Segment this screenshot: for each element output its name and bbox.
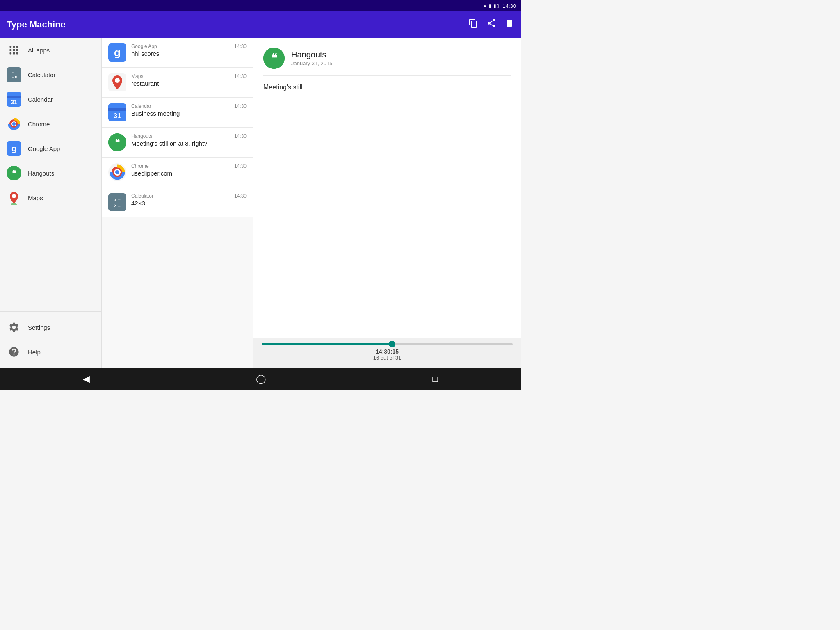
- status-icons: ▲ ▮ ▮▯ 14:30: [483, 3, 516, 9]
- calculator-notif-appname: Calculator: [131, 193, 153, 199]
- svg-text:❝: ❝: [12, 169, 16, 177]
- svg-rect-9: [7, 67, 21, 82]
- copy-icon[interactable]: [468, 18, 478, 31]
- calendar-notif-icon: 31: [108, 103, 126, 121]
- hangouts-notif-time: 14:30: [234, 133, 247, 139]
- svg-text:﹢–: ﹢–: [11, 71, 17, 75]
- google-app-notif-content: Google App 14:30 nhl scores: [131, 43, 247, 57]
- maps-notif-header: Maps 14:30: [131, 73, 247, 79]
- playback-info: 14:30:15 16 out of 31: [262, 348, 513, 361]
- svg-point-28: [115, 78, 120, 83]
- google-app-notif-header: Google App 14:30: [131, 43, 247, 49]
- status-time: 14:30: [502, 3, 516, 9]
- home-button[interactable]: ◯: [256, 374, 266, 384]
- svg-rect-7: [13, 52, 15, 55]
- recent-apps-button[interactable]: □: [432, 374, 438, 384]
- settings-icon: [7, 320, 21, 335]
- svg-point-18: [12, 122, 16, 126]
- progress-thumb[interactable]: [389, 341, 395, 347]
- detail-date: January 31, 2015: [291, 60, 332, 66]
- chrome-notif-icon: [108, 163, 126, 181]
- chrome-notif-appname: Chrome: [131, 163, 149, 169]
- notification-calendar[interactable]: 31 Calendar 14:30 Business meeting: [102, 98, 253, 128]
- calculator-notif-time: 14:30: [234, 193, 247, 199]
- hangouts-notif-content: Hangouts 14:30 Meeting's still on at 8, …: [131, 133, 247, 147]
- sidebar-maps-label: Maps: [28, 194, 43, 201]
- calculator-notif-header: Calculator 14:30: [131, 193, 247, 199]
- sidebar-bottom: Settings Help: [0, 311, 101, 368]
- delete-icon[interactable]: [504, 18, 514, 31]
- calendar-notif-header: Calendar 14:30: [131, 103, 247, 109]
- back-button[interactable]: ◀: [83, 374, 90, 384]
- google-app-notif-time: 14:30: [234, 43, 247, 49]
- svg-rect-38: [108, 193, 126, 211]
- svg-rect-1: [13, 46, 15, 48]
- svg-text:+  −: + −: [114, 197, 121, 202]
- sidebar-item-maps[interactable]: Maps: [0, 185, 101, 210]
- sidebar-item-calculator[interactable]: ﹢– ﹢= Calculator: [0, 62, 101, 87]
- notification-chrome[interactable]: Chrome 14:30 useclipper.com: [102, 158, 253, 187]
- hangouts-notif-appname: Hangouts: [131, 133, 152, 139]
- svg-text:g: g: [11, 144, 16, 153]
- sidebar: All apps ﹢– ﹢= Calculator 31: [0, 38, 102, 368]
- app-title: Type Machine: [7, 19, 66, 30]
- notification-hangouts[interactable]: ❝ Hangouts 14:30 Meeting's still on at 8…: [102, 128, 253, 158]
- svg-text:g: g: [114, 46, 121, 59]
- maps-notif-text: restaurant: [131, 80, 247, 87]
- status-bar: ▲ ▮ ▮▯ 14:30: [0, 0, 521, 11]
- detail-content: ❝ Hangouts January 31, 2015 Meeting's st…: [253, 38, 521, 338]
- maps-notif-time: 14:30: [234, 73, 247, 79]
- sidebar-help-label: Help: [28, 349, 41, 356]
- maps-notif-content: Maps 14:30 restaurant: [131, 73, 247, 87]
- nav-bar: ◀ ◯ □: [0, 368, 521, 390]
- sidebar-item-hangouts[interactable]: ❝ Hangouts: [0, 161, 101, 185]
- progress-track[interactable]: [262, 343, 513, 345]
- chrome-notif-header: Chrome 14:30: [131, 163, 247, 169]
- calculator-notif-content: Calculator 14:30 42×3: [131, 193, 247, 207]
- chrome-notif-content: Chrome 14:30 useclipper.com: [131, 163, 247, 177]
- chrome-notif-text: useclipper.com: [131, 170, 247, 177]
- share-icon[interactable]: [486, 18, 496, 31]
- detail-app-icon: ❝: [263, 48, 285, 69]
- svg-text:×  =: × =: [114, 203, 121, 208]
- app-bar: Type Machine: [0, 11, 521, 38]
- svg-point-24: [12, 194, 16, 198]
- svg-rect-2: [16, 46, 18, 48]
- maps-sidebar-icon: [7, 190, 21, 205]
- calendar-notif-content: Calendar 14:30 Business meeting: [131, 103, 247, 117]
- battery-icon: ▮▯: [493, 3, 499, 9]
- notification-calculator[interactable]: + − × = Calculator 14:30 42×3: [102, 187, 253, 217]
- maps-notif-appname: Maps: [131, 73, 143, 79]
- google-app-sidebar-icon: g: [7, 141, 21, 156]
- detail-body-text: Meeting's still: [263, 82, 511, 92]
- detail-title-group: Hangouts January 31, 2015: [291, 50, 332, 66]
- playback-time: 14:30:15: [262, 348, 513, 355]
- main-layout: All apps ﹢– ﹢= Calculator 31: [0, 38, 521, 368]
- calendar-notif-time: 14:30: [234, 103, 247, 109]
- maps-notif-icon: [108, 73, 126, 91]
- hangouts-sidebar-icon: ❝: [7, 166, 21, 180]
- notification-maps[interactable]: Maps 14:30 restaurant: [102, 68, 253, 98]
- sidebar-item-settings[interactable]: Settings: [0, 315, 101, 340]
- sidebar-google-app-label: Google App: [28, 145, 60, 152]
- google-app-notif-appname: Google App: [131, 43, 157, 49]
- sidebar-item-chrome[interactable]: Chrome: [0, 112, 101, 136]
- app-bar-actions: [468, 18, 514, 31]
- sidebar-item-help[interactable]: Help: [0, 340, 101, 364]
- sidebar-hangouts-label: Hangouts: [28, 170, 54, 177]
- notification-google-app[interactable]: g Google App 14:30 nhl scores: [102, 38, 253, 68]
- sidebar-item-all-apps[interactable]: All apps: [0, 38, 101, 62]
- svg-rect-5: [16, 49, 18, 51]
- detail-panel: ❝ Hangouts January 31, 2015 Meeting's st…: [253, 38, 521, 368]
- google-app-notif-icon: g: [108, 43, 126, 62]
- svg-rect-3: [10, 49, 12, 51]
- svg-rect-8: [16, 52, 18, 55]
- playback-count: 16 out of 31: [262, 355, 513, 361]
- wifi-icon: ▲: [483, 3, 488, 9]
- signal-icon: ▮: [489, 3, 492, 9]
- svg-rect-6: [10, 52, 12, 55]
- sidebar-item-calendar[interactable]: 31 Calendar: [0, 87, 101, 112]
- svg-rect-13: [7, 96, 21, 98]
- sidebar-all-apps-label: All apps: [28, 47, 50, 54]
- sidebar-item-google-app[interactable]: g Google App: [0, 136, 101, 161]
